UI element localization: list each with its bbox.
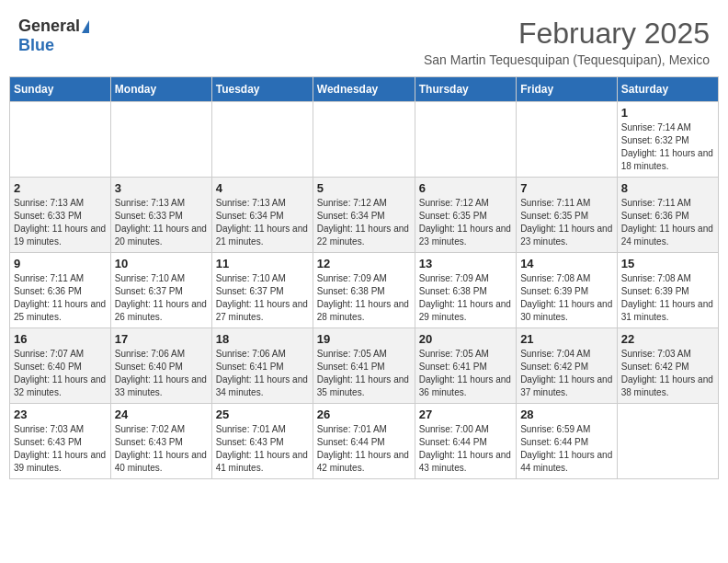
day-info: Sunrise: 7:12 AM Sunset: 6:35 PM Dayligh…	[419, 197, 512, 248]
calendar-day-cell	[617, 404, 718, 479]
logo: General Blue	[18, 17, 89, 55]
day-info: Sunrise: 7:11 AM Sunset: 6:35 PM Dayligh…	[520, 197, 613, 248]
day-info: Sunrise: 7:09 AM Sunset: 6:38 PM Dayligh…	[419, 272, 512, 324]
day-info: Sunrise: 7:06 AM Sunset: 6:40 PM Dayligh…	[115, 348, 208, 399]
day-number: 7	[520, 181, 613, 195]
calendar-day-header: Monday	[110, 77, 211, 102]
calendar-day-cell: 24Sunrise: 7:02 AM Sunset: 6:43 PM Dayli…	[110, 404, 211, 479]
day-number: 13	[419, 257, 512, 270]
calendar-day-header: Thursday	[415, 77, 516, 102]
day-info: Sunrise: 7:01 AM Sunset: 6:43 PM Dayligh…	[216, 423, 309, 475]
day-number: 24	[115, 408, 208, 421]
day-number: 26	[317, 408, 411, 421]
day-number: 10	[115, 257, 208, 270]
day-info: Sunrise: 7:01 AM Sunset: 6:44 PM Dayligh…	[317, 423, 411, 475]
day-info: Sunrise: 7:13 AM Sunset: 6:33 PM Dayligh…	[115, 197, 208, 248]
calendar-day-cell: 7Sunrise: 7:11 AM Sunset: 6:35 PM Daylig…	[517, 178, 618, 253]
calendar-day-cell	[415, 102, 516, 178]
location-subtitle: San Martin Tequesquipan (Tequesquipan), …	[424, 52, 710, 67]
calendar-day-cell: 14Sunrise: 7:08 AM Sunset: 6:39 PM Dayli…	[517, 253, 618, 328]
day-number: 6	[419, 181, 512, 195]
day-number: 27	[419, 408, 512, 421]
month-year-title: February 2025	[424, 17, 710, 51]
calendar-day-cell: 20Sunrise: 7:05 AM Sunset: 6:41 PM Dayli…	[415, 328, 516, 404]
calendar-day-header: Sunday	[10, 77, 111, 102]
day-number: 9	[14, 257, 107, 270]
day-number: 1	[621, 106, 714, 120]
day-number: 15	[621, 257, 714, 270]
day-number: 19	[317, 332, 411, 346]
calendar-day-header: Saturday	[617, 77, 718, 102]
day-info: Sunrise: 7:10 AM Sunset: 6:37 PM Dayligh…	[115, 272, 208, 324]
title-area: February 2025 San Martin Tequesquipan (T…	[424, 17, 710, 67]
calendar-day-cell	[313, 102, 415, 178]
day-info: Sunrise: 7:10 AM Sunset: 6:37 PM Dayligh…	[216, 272, 309, 324]
calendar-day-cell: 8Sunrise: 7:11 AM Sunset: 6:36 PM Daylig…	[617, 178, 718, 253]
day-number: 14	[520, 257, 613, 270]
calendar-week-row: 9Sunrise: 7:11 AM Sunset: 6:36 PM Daylig…	[10, 253, 719, 328]
day-number: 2	[14, 181, 107, 195]
day-info: Sunrise: 7:07 AM Sunset: 6:40 PM Dayligh…	[14, 348, 107, 399]
calendar-day-cell: 9Sunrise: 7:11 AM Sunset: 6:36 PM Daylig…	[10, 253, 111, 328]
day-info: Sunrise: 7:08 AM Sunset: 6:39 PM Dayligh…	[520, 272, 613, 324]
day-info: Sunrise: 7:09 AM Sunset: 6:38 PM Dayligh…	[317, 272, 411, 324]
day-number: 3	[115, 181, 208, 195]
calendar-day-cell: 15Sunrise: 7:08 AM Sunset: 6:39 PM Dayli…	[617, 253, 718, 328]
day-info: Sunrise: 7:13 AM Sunset: 6:33 PM Dayligh…	[14, 197, 107, 248]
calendar-day-cell	[517, 102, 618, 178]
day-info: Sunrise: 7:11 AM Sunset: 6:36 PM Dayligh…	[14, 272, 107, 324]
logo-triangle-icon	[82, 20, 89, 33]
day-number: 22	[621, 332, 714, 346]
calendar-day-cell: 26Sunrise: 7:01 AM Sunset: 6:44 PM Dayli…	[313, 404, 415, 479]
calendar-day-cell: 17Sunrise: 7:06 AM Sunset: 6:40 PM Dayli…	[110, 328, 211, 404]
logo-general-text: General	[18, 17, 80, 36]
day-info: Sunrise: 7:11 AM Sunset: 6:36 PM Dayligh…	[621, 197, 714, 248]
calendar-day-header: Friday	[517, 77, 618, 102]
calendar-day-cell	[110, 102, 211, 178]
day-number: 12	[317, 257, 411, 270]
calendar-day-cell: 12Sunrise: 7:09 AM Sunset: 6:38 PM Dayli…	[313, 253, 415, 328]
day-info: Sunrise: 7:12 AM Sunset: 6:34 PM Dayligh…	[317, 197, 411, 248]
calendar-week-row: 2Sunrise: 7:13 AM Sunset: 6:33 PM Daylig…	[10, 178, 719, 253]
calendar-day-cell: 16Sunrise: 7:07 AM Sunset: 6:40 PM Dayli…	[10, 328, 111, 404]
calendar-day-cell: 3Sunrise: 7:13 AM Sunset: 6:33 PM Daylig…	[110, 178, 211, 253]
day-info: Sunrise: 7:08 AM Sunset: 6:39 PM Dayligh…	[621, 272, 714, 324]
day-info: Sunrise: 7:02 AM Sunset: 6:43 PM Dayligh…	[115, 423, 208, 475]
day-number: 20	[419, 332, 512, 346]
day-info: Sunrise: 6:59 AM Sunset: 6:44 PM Dayligh…	[520, 423, 613, 475]
day-number: 25	[216, 408, 309, 421]
day-info: Sunrise: 7:13 AM Sunset: 6:34 PM Dayligh…	[216, 197, 309, 248]
day-number: 8	[621, 181, 714, 195]
calendar-header-row: SundayMondayTuesdayWednesdayThursdayFrid…	[10, 77, 719, 102]
calendar-day-cell: 27Sunrise: 7:00 AM Sunset: 6:44 PM Dayli…	[415, 404, 516, 479]
day-number: 17	[115, 332, 208, 346]
day-info: Sunrise: 7:05 AM Sunset: 6:41 PM Dayligh…	[419, 348, 512, 399]
calendar-day-header: Wednesday	[313, 77, 415, 102]
day-info: Sunrise: 7:03 AM Sunset: 6:43 PM Dayligh…	[14, 423, 107, 475]
day-info: Sunrise: 7:05 AM Sunset: 6:41 PM Dayligh…	[317, 348, 411, 399]
calendar-day-cell: 10Sunrise: 7:10 AM Sunset: 6:37 PM Dayli…	[110, 253, 211, 328]
calendar-day-cell	[211, 102, 313, 178]
day-number: 21	[520, 332, 613, 346]
calendar-day-cell: 6Sunrise: 7:12 AM Sunset: 6:35 PM Daylig…	[415, 178, 516, 253]
calendar-day-cell: 23Sunrise: 7:03 AM Sunset: 6:43 PM Dayli…	[10, 404, 111, 479]
day-info: Sunrise: 7:06 AM Sunset: 6:41 PM Dayligh…	[216, 348, 309, 399]
calendar-week-row: 16Sunrise: 7:07 AM Sunset: 6:40 PM Dayli…	[10, 328, 719, 404]
day-number: 11	[216, 257, 309, 270]
day-number: 5	[317, 181, 411, 195]
calendar-day-cell: 19Sunrise: 7:05 AM Sunset: 6:41 PM Dayli…	[313, 328, 415, 404]
page-header: General Blue February 2025 San Martin Te…	[9, 9, 719, 71]
calendar-day-cell: 13Sunrise: 7:09 AM Sunset: 6:38 PM Dayli…	[415, 253, 516, 328]
calendar-day-cell: 18Sunrise: 7:06 AM Sunset: 6:41 PM Dayli…	[211, 328, 313, 404]
calendar-table: SundayMondayTuesdayWednesdayThursdayFrid…	[9, 76, 719, 479]
day-info: Sunrise: 7:03 AM Sunset: 6:42 PM Dayligh…	[621, 348, 714, 399]
day-number: 16	[14, 332, 107, 346]
calendar-day-cell: 5Sunrise: 7:12 AM Sunset: 6:34 PM Daylig…	[313, 178, 415, 253]
calendar-day-cell: 22Sunrise: 7:03 AM Sunset: 6:42 PM Dayli…	[617, 328, 718, 404]
calendar-day-cell	[10, 102, 111, 178]
calendar-day-cell: 2Sunrise: 7:13 AM Sunset: 6:33 PM Daylig…	[10, 178, 111, 253]
calendar-day-cell: 21Sunrise: 7:04 AM Sunset: 6:42 PM Dayli…	[517, 328, 618, 404]
calendar-day-cell: 11Sunrise: 7:10 AM Sunset: 6:37 PM Dayli…	[211, 253, 313, 328]
calendar-day-cell: 4Sunrise: 7:13 AM Sunset: 6:34 PM Daylig…	[211, 178, 313, 253]
day-info: Sunrise: 7:00 AM Sunset: 6:44 PM Dayligh…	[419, 423, 512, 475]
